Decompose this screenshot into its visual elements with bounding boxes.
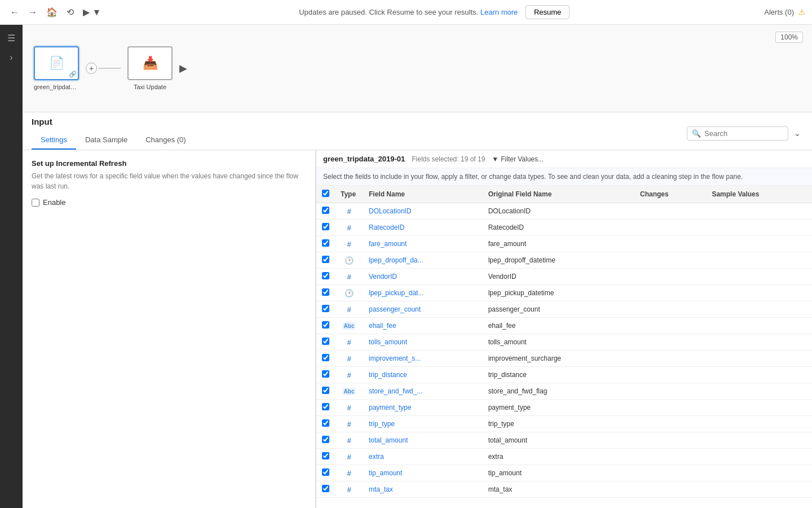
row-checkbox-cell[interactable] xyxy=(316,301,335,318)
col-checkbox xyxy=(316,186,335,203)
row-checkbox-cell[interactable] xyxy=(316,203,335,220)
row-checkbox-cell[interactable] xyxy=(316,334,335,351)
row-checkbox-cell[interactable] xyxy=(316,465,335,481)
row-checkbox-cell[interactable] xyxy=(316,416,335,432)
row-sample-values xyxy=(706,285,812,301)
row-checkbox-cell[interactable] xyxy=(316,449,335,465)
table-row: #tip_amounttip_amount xyxy=(316,465,812,481)
row-checkbox[interactable] xyxy=(322,305,329,312)
row-checkbox-cell[interactable] xyxy=(316,318,335,334)
row-checkbox[interactable] xyxy=(322,256,329,263)
row-field-name: lpep_pickup_dat... xyxy=(363,285,483,301)
row-changes xyxy=(634,416,706,432)
row-checkbox-cell[interactable] xyxy=(316,269,335,285)
sidebar-arrow-icon[interactable]: › xyxy=(6,49,16,66)
row-checkbox[interactable] xyxy=(322,223,329,230)
row-checkbox[interactable] xyxy=(322,321,329,329)
panel-title: Input xyxy=(32,117,195,131)
learn-more-link[interactable]: Learn more xyxy=(480,8,518,16)
enable-checkbox[interactable] xyxy=(32,199,39,207)
row-original-field-name: trip_type xyxy=(483,416,634,432)
type-icon: # xyxy=(347,453,351,461)
row-field-name: payment_type xyxy=(363,400,483,416)
search-box[interactable]: 🔍 xyxy=(687,126,788,141)
add-step-button[interactable]: + xyxy=(86,63,97,74)
row-checkbox[interactable] xyxy=(322,272,329,279)
type-icon: # xyxy=(347,421,351,428)
row-original-field-name: fare_amount xyxy=(483,236,634,252)
row-checkbox[interactable] xyxy=(322,288,329,296)
table-row: #passenger_countpassenger_count xyxy=(316,301,812,318)
row-checkbox-cell[interactable] xyxy=(316,252,335,269)
back-button[interactable]: ← xyxy=(7,5,23,20)
enable-checkbox-label[interactable]: Enable xyxy=(32,198,306,207)
tab-changes[interactable]: Changes (0) xyxy=(136,131,195,150)
tab-settings[interactable]: Settings xyxy=(32,131,76,150)
row-checkbox-cell[interactable] xyxy=(316,220,335,236)
tab-data-sample[interactable]: Data Sample xyxy=(76,131,136,150)
row-field-name: DOLocationID xyxy=(363,203,483,220)
panel-search: 🔍 ⌄ xyxy=(687,126,803,141)
row-checkbox[interactable] xyxy=(322,338,329,345)
row-changes xyxy=(634,432,706,449)
type-icon: Abc xyxy=(343,322,356,330)
row-checkbox-cell[interactable] xyxy=(316,285,335,301)
row-type-cell: # xyxy=(335,351,363,367)
row-checkbox[interactable] xyxy=(322,370,329,378)
type-icon: Abc xyxy=(343,387,356,395)
row-type-cell: # xyxy=(335,203,363,220)
row-checkbox-cell[interactable] xyxy=(316,351,335,367)
node-box-input[interactable]: 📄 🔗 xyxy=(34,46,79,80)
run-button[interactable]: ▶ xyxy=(179,62,187,75)
row-checkbox-cell[interactable] xyxy=(316,383,335,400)
alerts-button[interactable]: Alerts (0) xyxy=(764,8,794,16)
data-description: Select the fields to include in your flo… xyxy=(316,168,812,186)
row-checkbox-cell[interactable] xyxy=(316,367,335,383)
row-field-name: mta_tax xyxy=(363,481,483,498)
row-type-cell: # xyxy=(335,220,363,236)
row-checkbox[interactable] xyxy=(322,207,329,214)
filter-button[interactable]: ▼ Filter Values... xyxy=(492,155,544,163)
table-row: #fare_amountfare_amount xyxy=(316,236,812,252)
row-type-cell: # xyxy=(335,432,363,449)
node-input-icon: 📄 xyxy=(49,56,64,71)
row-sample-values xyxy=(706,416,812,432)
resume-button[interactable]: Resume xyxy=(526,5,570,19)
row-checkbox[interactable] xyxy=(322,485,329,492)
table-row: #DOLocationIDDOLocationID xyxy=(316,203,812,220)
row-type-cell: 🕑 xyxy=(335,252,363,269)
table-row: #total_amounttotal_amount xyxy=(316,432,812,449)
table-row: Abcehail_feeehail_fee xyxy=(316,318,812,334)
chevron-down-button[interactable]: ⌄ xyxy=(792,126,803,140)
home-button[interactable]: 🏠 xyxy=(43,5,61,20)
flow-node-output[interactable]: 📥 Taxi Update xyxy=(127,46,173,90)
row-checkbox[interactable] xyxy=(322,403,329,410)
type-icon: # xyxy=(347,240,351,248)
flow-node-input[interactable]: 📄 🔗 green_tripdata... xyxy=(34,46,79,90)
update-text: Updates are paused. Click Resume to see … xyxy=(299,8,478,16)
row-checkbox[interactable] xyxy=(322,468,329,476)
row-checkbox[interactable] xyxy=(322,387,329,394)
node-box-output[interactable]: 📥 xyxy=(127,46,173,80)
panel-body: Set up Incremental Refresh Get the lates… xyxy=(23,150,812,508)
row-checkbox[interactable] xyxy=(322,452,329,459)
row-checkbox-cell[interactable] xyxy=(316,432,335,449)
sidebar-expand-icon[interactable]: ☰ xyxy=(4,29,19,47)
forward-button[interactable]: → xyxy=(25,5,41,20)
type-icon: # xyxy=(347,339,351,347)
row-checkbox-cell[interactable] xyxy=(316,400,335,416)
row-checkbox[interactable] xyxy=(322,354,329,361)
row-checkbox-cell[interactable] xyxy=(316,481,335,498)
panel-tabs: Settings Data Sample Changes (0) xyxy=(32,131,195,150)
row-checkbox-cell[interactable] xyxy=(316,236,335,252)
nav-controls: ← → 🏠 ⟲ ▶ ▼ xyxy=(7,5,104,20)
run-flow-button[interactable]: ▶ ▼ xyxy=(80,5,104,20)
select-all-checkbox[interactable] xyxy=(322,190,329,197)
search-input[interactable] xyxy=(704,129,783,138)
refresh-button[interactable]: ⟲ xyxy=(63,5,77,20)
row-checkbox[interactable] xyxy=(322,239,329,247)
row-original-field-name: improvement_surcharge xyxy=(483,351,634,367)
row-checkbox[interactable] xyxy=(322,419,329,427)
row-checkbox[interactable] xyxy=(322,436,329,443)
row-changes xyxy=(634,351,706,367)
